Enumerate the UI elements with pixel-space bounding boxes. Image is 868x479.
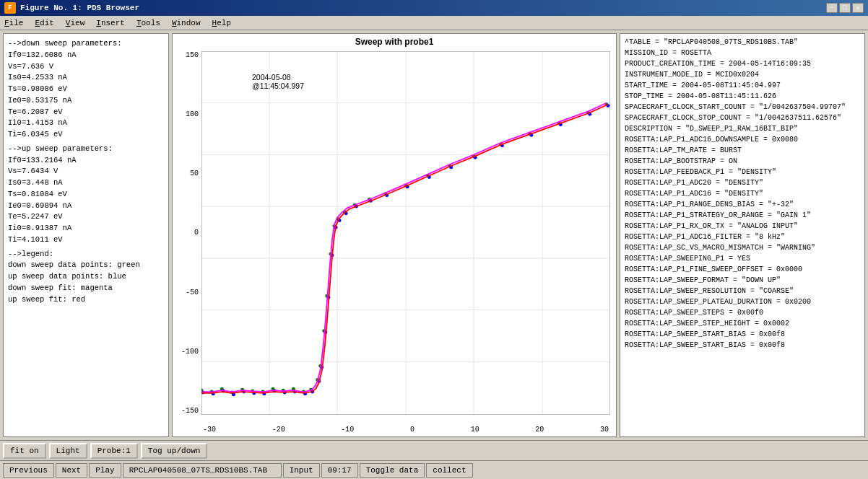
metadata-line-15: ROSETTA:LAP_P1_RANGE_DENS_BIAS = "+-32" — [625, 199, 860, 210]
annotation-date: 2004-05-08 — [252, 73, 304, 82]
y-label-150: 150 — [186, 51, 199, 59]
legend-red: up sweep fit: red — [8, 294, 164, 306]
param-vs-down: Vs=7.636 V — [8, 61, 164, 73]
metadata-line-16: ROSETTA:LAP_P1_STRATEGY_OR_RANGE = "GAIN… — [625, 210, 860, 221]
menu-bar: File Edit View Insert Tools Window Help — [0, 16, 868, 30]
x-label-neg10: -10 — [341, 426, 354, 434]
light-button[interactable]: Light — [49, 443, 87, 459]
param-ti-down: Ti=6.0345 eV — [8, 129, 164, 141]
metadata-line-27: ROSETTA:LAP_SWEEP_START_BIAS = 0x00f8 — [625, 329, 860, 340]
collect-button[interactable]: collect — [426, 463, 472, 478]
maximize-button[interactable]: □ — [839, 3, 851, 13]
x-label-20: 20 — [535, 426, 544, 434]
chart-title: Sweep with probe1 — [173, 34, 616, 48]
tog-up-down-button[interactable]: Tog up/down — [141, 443, 208, 459]
y-label-50: 50 — [190, 170, 199, 177]
window-controls[interactable]: − □ ✕ — [826, 3, 864, 13]
metadata-line-3: INSTRUMENT_MODE_ID = MCID0x0204 — [625, 69, 860, 80]
metadata-line-26: ROSETTA:LAP_SWEEP_STEP_HEIGHT = 0x0002 — [625, 318, 860, 329]
param-ts-down: Ts=0.98086 eV — [8, 84, 164, 95]
menu-edit[interactable]: Edit — [33, 19, 55, 27]
param-ti-up: Ti=4.1011 eV — [8, 234, 164, 246]
previous-button[interactable]: Previous — [3, 463, 54, 478]
main-content: -->down sweep parameters: If0=132.6086 n… — [0, 30, 868, 440]
bottom-toolbar: fit on Light Probe:1 Tog up/down — [0, 440, 868, 460]
metadata-line-9: ROSETTA:LAP_P1_ADC16_DOWNSAMPLE = 0x0080 — [625, 134, 860, 145]
param-ie0-down: Ie0=0.53175 nA — [8, 95, 164, 107]
menu-window[interactable]: Window — [170, 19, 202, 27]
chart-panel: Sweep with probe1 150 100 50 0 -50 -100 … — [172, 33, 617, 437]
annotation-time: @11:45:04.997 — [252, 82, 304, 90]
next-button[interactable]: Next — [56, 463, 87, 478]
down-sweep-params: If0=132.6086 nA Vs=7.636 V Is0=4.2533 nA… — [8, 50, 164, 141]
toggle-data-button[interactable]: Toggle data — [360, 463, 425, 478]
y-axis-labels: 150 100 50 0 -50 -100 -150 — [173, 34, 201, 415]
down-sweep-fit — [201, 103, 607, 392]
up-sweep-header: -->up sweep parameters: — [8, 144, 164, 155]
menu-file[interactable]: File — [3, 19, 25, 27]
param-ie0-up: Ie0=0.69894 nA — [8, 201, 164, 212]
y-label-neg150: -150 — [181, 407, 199, 415]
close-button[interactable]: ✕ — [852, 3, 864, 13]
y-label-neg50: -50 — [186, 289, 199, 296]
window-title: Figure No. 1: PDS Browser — [20, 4, 139, 12]
param-vs-up: Vs=7.6434 V — [8, 166, 164, 177]
status-bar: Previous Next Play RPCLAP040508_07TS_RDS… — [0, 460, 868, 479]
down-sweep-header: -->down sweep parameters: — [8, 38, 164, 50]
y-label-100: 100 — [186, 110, 199, 118]
param-is0-down: Is0=4.2533 nA — [8, 72, 164, 84]
legend-blue: up sweep data points: blue — [8, 271, 164, 283]
left-panel: -->down sweep parameters: If0=132.6086 n… — [3, 33, 169, 437]
metadata-line-5: STOP_TIME = 2004-05-08T11:45:11.626 — [625, 91, 860, 102]
menu-view[interactable]: View — [64, 19, 86, 27]
legend-items: down sweep data points: green up sweep d… — [8, 260, 164, 305]
x-label-30: 30 — [600, 426, 609, 434]
x-label-neg30: -30 — [203, 426, 216, 434]
param-te-down: Te=6.2087 eV — [8, 107, 164, 118]
menu-tools[interactable]: Tools — [135, 19, 162, 27]
fit-on-button[interactable]: fit on — [3, 443, 46, 459]
filename-display: RPCLAP040508_07TS_RDS10BS.TAB — [123, 463, 282, 478]
probe1-button[interactable]: Probe:1 — [90, 443, 138, 459]
metadata-line-28: ROSETTA:LAP_SWEEP_START_BIAS = 0x00f8 — [625, 340, 860, 351]
metadata-line-10: ROSETTA:LAP_TM_RATE = BURST — [625, 145, 860, 156]
title-bar: F Figure No. 1: PDS Browser − □ ✕ — [0, 0, 868, 16]
metadata-line-24: ROSETTA:LAP_SWEEP_PLATEAU_DURATION = 0x0… — [625, 296, 860, 307]
param-if0-down: If0=132.6086 nA — [8, 50, 164, 61]
menu-insert[interactable]: Insert — [95, 19, 126, 27]
up-sweep-fit — [201, 105, 608, 393]
play-button[interactable]: Play — [89, 463, 121, 478]
metadata-line-25: ROSETTA:LAP_SWEEP_STEPS = 0x00f0 — [625, 307, 860, 318]
metadata-line-11: ROSETTA:LAP_BOOTSTRAP = ON — [625, 156, 860, 167]
time-display: 09:17 — [321, 463, 358, 478]
metadata-line-6: SPACECRAFT_CLOCK_START_COUNT = "1/004263… — [625, 102, 860, 113]
chart-svg-container: 2004-05-08 @11:45:04.997 — [201, 51, 610, 415]
chart-annotation: 2004-05-08 @11:45:04.997 — [252, 73, 304, 90]
legend-header: -->legend: — [8, 249, 164, 260]
metadata-line-0: ^TABLE = "RPCLAP040508_07TS_RDS10BS.TAB" — [625, 37, 860, 48]
metadata-line-17: ROSETTA:LAP_P1_RX_OR_TX = "ANALOG INPUT" — [625, 221, 860, 232]
metadata-line-14: ROSETTA:LAP_P1_ADC16 = "DENSITY" — [625, 188, 860, 199]
legend-green: down sweep data points: green — [8, 260, 164, 271]
x-axis-labels: -30 -20 -10 0 10 20 30 — [201, 426, 610, 434]
legend-magenta: down sweep fit: magenta — [8, 283, 164, 294]
y-label-0: 0 — [194, 229, 199, 237]
x-label-0: 0 — [410, 426, 415, 434]
menu-help[interactable]: Help — [211, 19, 233, 27]
input-status: Input — [283, 463, 320, 478]
app-icon: F — [4, 2, 16, 14]
metadata-line-18: ROSETTA:LAP_P1_ADC16_FILTER = "8 kHz" — [625, 232, 860, 242]
right-panel: ^TABLE = "RPCLAP040508_07TS_RDS10BS.TAB"… — [620, 33, 865, 437]
minimize-button[interactable]: − — [826, 3, 838, 13]
param-te-up: Te=5.2247 eV — [8, 211, 164, 223]
param-ii0-down: Ii0=1.4153 nA — [8, 118, 164, 129]
param-if0-up: If0=133.2164 nA — [8, 155, 164, 167]
metadata-line-8: DESCRIPTION = "D_SWEEP_P1_RAW_16BIT_BIP" — [625, 123, 860, 134]
chart-svg — [201, 51, 610, 415]
metadata-line-22: ROSETTA:LAP_SWEEP_FORMAT = "DOWN UP" — [625, 275, 860, 286]
y-label-neg100: -100 — [181, 348, 199, 356]
metadata-line-21: ROSETTA:LAP_P1_FINE_SWEEP_OFFSET = 0x000… — [625, 264, 860, 275]
down-sweep-dots — [201, 102, 608, 394]
metadata-line-12: ROSETTA:LAP_FEEDBACK_P1 = "DENSITY" — [625, 167, 860, 177]
x-label-neg20: -20 — [272, 426, 285, 434]
